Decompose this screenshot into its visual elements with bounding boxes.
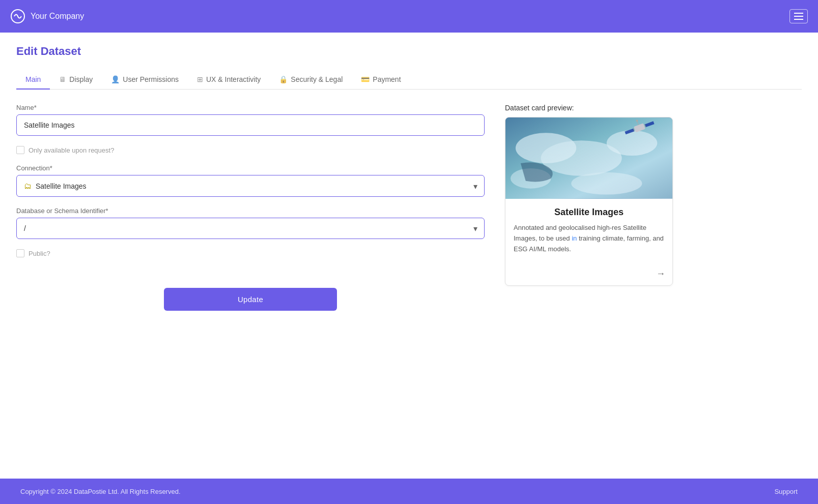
tab-main[interactable]: Main (16, 70, 50, 90)
public-checkbox[interactable] (16, 249, 24, 257)
hamburger-menu-button[interactable] (789, 9, 808, 23)
tab-display[interactable]: 🖥 Display (50, 70, 102, 90)
preview-card-title: Satellite Images (514, 207, 664, 218)
footer: Copyright © 2024 DataPostie Ltd. All Rig… (0, 479, 818, 504)
tabs-nav: Main 🖥 Display 👤 User Permissions ⊞ UX &… (16, 70, 802, 90)
tab-user-permissions[interactable]: 👤 User Permissions (102, 70, 188, 90)
user-icon: 👤 (111, 75, 120, 83)
main-content: Edit Dataset Main 🖥 Display 👤 User Permi… (0, 33, 818, 479)
footer-support-link[interactable]: Support (774, 488, 798, 495)
tab-security-legal-label: Security & Legal (291, 75, 343, 83)
name-input[interactable] (16, 114, 485, 136)
tab-main-label: Main (25, 75, 41, 83)
connection-select[interactable]: 🗂 Satellite Images (16, 175, 485, 197)
db-schema-label: Database or Schema Identifier* (16, 207, 485, 215)
page-title: Edit Dataset (16, 45, 802, 58)
ux-icon: ⊞ (197, 75, 203, 83)
edit-form: Name* Only available upon request? Conne… (16, 104, 485, 311)
connection-value: Satellite Images (36, 182, 87, 190)
header: Your Company (0, 0, 818, 33)
tab-ux-interactivity[interactable]: ⊞ UX & Interactivity (188, 70, 270, 90)
arrow-icon[interactable]: → (656, 269, 665, 279)
svg-point-4 (607, 130, 657, 156)
connection-field-group: Connection* 🗂 Satellite Images ▾ (16, 164, 485, 197)
lock-icon: 🔒 (279, 75, 288, 83)
preview-section: Dataset card preview: (505, 104, 673, 286)
company-logo: Your Company (10, 9, 84, 24)
public-field-group: Public? (16, 249, 485, 257)
content-layout: Name* Only available upon request? Conne… (16, 104, 802, 311)
preview-label: Dataset card preview: (505, 104, 673, 112)
name-field-group: Name* (16, 104, 485, 136)
name-label: Name* (16, 104, 485, 111)
db-schema-field-group: Database or Schema Identifier* / ▾ (16, 207, 485, 239)
only-on-request-group: Only available upon request? (16, 146, 485, 154)
tab-ux-interactivity-label: UX & Interactivity (206, 75, 261, 83)
svg-point-6 (571, 172, 642, 195)
preview-image (505, 117, 672, 199)
preview-body: Satellite Images Annotated and geolocali… (505, 199, 672, 264)
footer-copyright: Copyright © 2024 DataPostie Ltd. All Rig… (20, 488, 181, 495)
connection-select-wrapper: 🗂 Satellite Images ▾ (16, 175, 485, 197)
database-icon: 🗂 (24, 182, 32, 190)
tab-user-permissions-label: User Permissions (123, 75, 179, 83)
connection-label: Connection* (16, 164, 485, 172)
only-on-request-label: Only available upon request? (29, 146, 114, 154)
tab-display-label: Display (69, 75, 93, 83)
satellite-image-svg (505, 117, 672, 199)
tab-security-legal[interactable]: 🔒 Security & Legal (270, 70, 352, 90)
preview-card-description: Annotated and geolocalised high-res Sate… (514, 223, 664, 254)
description-highlight: in (572, 234, 577, 242)
only-on-request-checkbox[interactable] (16, 146, 24, 154)
preview-card: Satellite Images Annotated and geolocali… (505, 117, 673, 286)
payment-icon: 💳 (361, 75, 370, 83)
display-icon: 🖥 (59, 75, 66, 83)
tab-payment[interactable]: 💳 Payment (352, 70, 410, 90)
db-schema-select-wrapper: / ▾ (16, 218, 485, 239)
update-button[interactable]: Update (164, 288, 337, 311)
update-btn-wrapper: Update (16, 288, 485, 311)
public-label: Public? (29, 250, 50, 257)
preview-arrow-section: → (505, 264, 672, 285)
company-name: Your Company (31, 12, 84, 21)
tab-payment-label: Payment (373, 75, 401, 83)
db-schema-value: / (24, 224, 26, 232)
db-schema-select[interactable]: / (16, 218, 485, 239)
logo-icon (10, 9, 25, 24)
